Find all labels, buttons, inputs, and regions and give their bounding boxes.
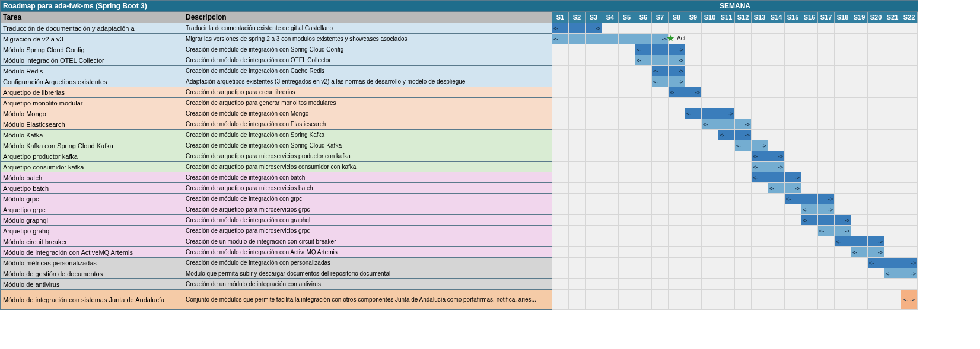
week-header-S15[interactable]: S15 — [785, 12, 801, 23]
week-cell — [685, 279, 702, 290]
gantt-bar — [569, 34, 586, 44]
week-cell — [851, 279, 868, 290]
week-header-S3[interactable]: S3 — [586, 12, 602, 23]
week-cell — [586, 76, 602, 87]
gantt-bar: -> — [768, 151, 785, 162]
week-header-S19[interactable]: S19 — [851, 12, 868, 23]
week-cell — [868, 108, 884, 119]
week-header-S5[interactable]: S5 — [619, 12, 635, 23]
task-desc: Creación de módulo de integración con gr… — [183, 215, 552, 226]
week-cell — [619, 258, 635, 268]
week-cell — [652, 226, 669, 236]
week-cell — [735, 247, 752, 258]
week-cell — [801, 44, 818, 55]
week-cell — [818, 183, 835, 194]
week-cell — [835, 247, 851, 258]
week-cell — [785, 55, 801, 66]
week-header-S7[interactable]: S7 — [652, 12, 669, 23]
week-cell — [718, 34, 735, 44]
week-header-S6[interactable]: S6 — [635, 12, 652, 23]
week-header-S9[interactable]: S9 — [685, 12, 702, 23]
week-cell — [785, 119, 801, 130]
week-cell — [552, 130, 569, 140]
week-header-S17[interactable]: S17 — [818, 12, 835, 23]
week-cell — [586, 162, 602, 172]
week-cell — [569, 183, 586, 194]
week-cell — [851, 44, 868, 55]
week-cell — [586, 130, 602, 140]
week-header-S21[interactable]: S21 — [884, 12, 901, 23]
week-cell — [652, 172, 669, 183]
week-cell — [635, 162, 652, 172]
week-cell — [818, 66, 835, 76]
week-header-S22[interactable]: S22 — [901, 12, 918, 23]
week-cell — [669, 258, 685, 268]
week-cell — [768, 258, 785, 268]
week-cell — [835, 55, 851, 66]
week-header-S1[interactable]: S1 — [552, 12, 569, 23]
week-header-S10[interactable]: S10 — [702, 12, 718, 23]
week-cell — [702, 279, 718, 290]
week-cell — [818, 34, 835, 44]
week-cell — [652, 204, 669, 215]
week-header-S13[interactable]: S13 — [752, 12, 768, 23]
week-cell — [901, 140, 918, 151]
week-cell — [835, 279, 851, 290]
task-name: Arquetipo grpc — [1, 204, 183, 215]
week-header-S8[interactable]: S8 — [669, 12, 685, 23]
week-cell — [768, 98, 785, 108]
week-cell — [635, 87, 652, 98]
week-cell — [868, 226, 884, 236]
week-cell — [602, 66, 619, 76]
week-cell — [851, 108, 868, 119]
gantt-bar — [801, 194, 818, 204]
week-header-S16[interactable]: S16 — [801, 12, 818, 23]
week-cell — [735, 226, 752, 236]
week-cell — [735, 66, 752, 76]
week-cell — [818, 98, 835, 108]
week-cell — [586, 66, 602, 76]
week-cell — [635, 204, 652, 215]
week-cell — [602, 44, 619, 55]
week-cell — [602, 194, 619, 204]
week-cell — [552, 55, 569, 66]
week-cell — [835, 130, 851, 140]
week-cell — [718, 172, 735, 183]
week-cell — [901, 98, 918, 108]
week-header-S18[interactable]: S18 — [835, 12, 851, 23]
week-cell — [669, 108, 685, 119]
week-cell — [702, 258, 718, 268]
task-name: Traducción de documentación y adaptación… — [1, 23, 183, 34]
week-header-S14[interactable]: S14 — [768, 12, 785, 23]
week-cell — [868, 279, 884, 290]
week-cell — [851, 87, 868, 98]
week-cell — [785, 226, 801, 236]
gantt-bar — [851, 236, 868, 247]
task-desc: Adaptación arquetipos existentes (3 entr… — [183, 76, 552, 87]
week-cell — [602, 76, 619, 87]
week-header-S20[interactable]: S20 — [868, 12, 884, 23]
week-cell — [652, 194, 669, 204]
week-header-S12[interactable]: S12 — [735, 12, 752, 23]
week-cell — [768, 76, 785, 87]
week-cell — [602, 130, 619, 140]
week-cell — [685, 247, 702, 258]
week-cell — [685, 140, 702, 151]
week-cell — [752, 119, 768, 130]
week-cell — [619, 162, 635, 172]
gantt-bar: -> — [835, 215, 851, 226]
week-cell — [569, 279, 586, 290]
gantt-bar: <- — [851, 247, 868, 258]
week-cell — [569, 66, 586, 76]
week-header-S11[interactable]: S11 — [718, 12, 735, 23]
week-cell — [702, 151, 718, 162]
week-cell — [619, 108, 635, 119]
week-cell — [669, 23, 685, 34]
week-cell — [552, 87, 569, 98]
week-header-S2[interactable]: S2 — [569, 12, 586, 23]
week-header-S4[interactable]: S4 — [602, 12, 619, 23]
week-cell — [685, 34, 702, 44]
week-cell — [884, 44, 901, 55]
week-cell — [785, 130, 801, 140]
week-cell — [818, 130, 835, 140]
